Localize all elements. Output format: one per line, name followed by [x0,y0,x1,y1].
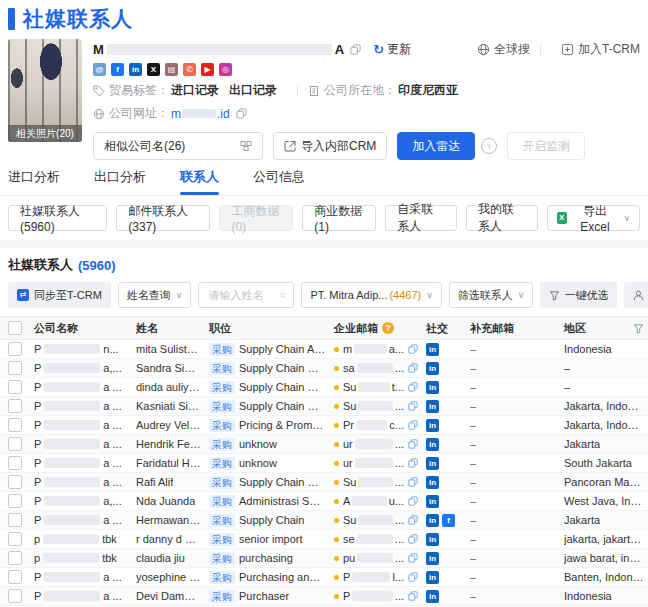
copy-icon[interactable] [408,401,418,411]
sync-tcrm-button[interactable]: ⇄ 同步至T-CRM [8,282,111,308]
row-checkbox[interactable] [8,418,22,432]
row-checkbox[interactable] [8,589,22,603]
subtab-self-collected[interactable]: 自采联系人 [385,205,457,231]
section-head: 社媒联系人 (5960) [0,248,648,276]
row-checkbox[interactable] [8,532,22,546]
linkedin-icon[interactable]: in [426,362,439,375]
linkedin-icon[interactable]: in [426,495,439,508]
tab-contacts[interactable]: 联系人 [180,168,219,195]
copy-icon[interactable] [408,344,418,354]
quick-select-button[interactable]: 一键优选 [540,282,617,308]
copy-icon[interactable] [408,439,418,449]
website-link[interactable]: m.id [171,107,230,121]
select-all-checkbox[interactable] [8,321,22,335]
linkedin-icon[interactable]: in [426,571,439,584]
subtab-business-registry[interactable]: 工商数据(0) [219,205,293,231]
filter-contacts-select[interactable]: 筛选联系人 ∨ [449,282,534,308]
copy-icon[interactable] [408,534,418,544]
email-redacted [354,344,387,354]
tab-export-analysis[interactable]: 出口分析 [94,168,146,195]
email-redacted [357,534,393,544]
join-radar-button[interactable]: 加入雷达 [397,132,475,160]
help-icon[interactable]: ? [382,322,394,334]
copy-icon[interactable] [408,572,418,582]
copy-icon[interactable] [236,108,247,119]
global-search-button[interactable]: 全球搜 [477,41,530,58]
subtab-email-contacts[interactable]: 邮件联系人(337) [116,205,210,231]
similar-companies-button[interactable]: 相似公司名(26) [93,132,263,160]
copy-icon[interactable] [408,382,418,392]
linkedin-icon[interactable]: in [426,400,439,413]
row-checkbox[interactable] [8,437,22,451]
region-value: South Jakarta [564,457,632,469]
facebook-icon[interactable]: f [111,63,124,76]
export-excel-button[interactable]: X 导出 Excel ∨ [547,205,640,231]
linkedin-icon[interactable]: in [426,590,439,603]
facebook-icon[interactable]: f [442,514,455,527]
tab-company-info[interactable]: 公司信息 [253,168,305,195]
import-record-link[interactable]: 进口记录 [171,82,219,99]
youtube-icon[interactable]: ▶ [201,63,214,76]
linkedin-icon[interactable]: in [426,533,439,546]
row-checkbox[interactable] [8,456,22,470]
row-checkbox[interactable] [8,342,22,356]
copy-icon[interactable] [408,420,418,430]
linkedin-icon[interactable]: in [129,63,142,76]
column-filter-icon[interactable] [633,323,644,334]
import-crm-button[interactable]: 导入内部CRM [273,132,387,160]
linkedin-icon[interactable]: in [426,381,439,394]
info-icon[interactable]: i [481,138,497,154]
contact-name-cell: Sandra Sianipar [132,362,205,374]
copy-icon[interactable] [408,363,418,373]
linkedin-icon[interactable]: in [426,476,439,489]
blog-icon[interactable]: ▤ [165,63,178,76]
column-header: 姓名 [132,321,205,336]
copy-icon[interactable] [408,515,418,525]
position-text: Supply Chain Officer [239,381,326,393]
x-icon[interactable]: X [147,63,160,76]
copy-icon[interactable] [408,496,418,506]
subtab-my-contacts[interactable]: 我的联系人 [466,205,538,231]
extra-email-cell: – [466,362,560,374]
tab-import-analysis[interactable]: 进口分析 [8,168,60,195]
export-record-link[interactable]: 出口记录 [229,82,277,99]
name-query-select[interactable]: 姓名查询 ∨ [118,282,192,308]
company-redacted [44,515,100,525]
monitor-button[interactable]: 开启监测 [507,132,585,160]
row-checkbox[interactable] [8,551,22,565]
company-name-cell: Pa ... [30,590,132,602]
copy-icon[interactable] [408,477,418,487]
add-my-contacts-button[interactable]: 加入我的联系人 [624,282,648,308]
copy-icon[interactable] [408,553,418,563]
phone-icon[interactable]: ✆ [183,63,196,76]
name-search-box[interactable] [198,282,294,308]
subtab-commercial-data[interactable]: 商业数据(1) [302,205,376,231]
copy-icon[interactable] [408,458,418,468]
row-checkbox[interactable] [8,361,22,375]
email-icon[interactable]: @ [93,63,106,76]
linkedin-icon[interactable]: in [426,457,439,470]
copy-icon[interactable] [408,591,418,601]
subtab-social-contacts[interactable]: 社媒联系人(5960) [8,205,107,231]
linkedin-icon[interactable]: in [426,343,439,356]
row-checkbox[interactable] [8,570,22,584]
join-tcrm-button[interactable]: 加入T-CRM [561,41,640,58]
row-checkbox[interactable] [8,399,22,413]
row-checkbox[interactable] [8,475,22,489]
email-redacted [357,553,393,563]
row-checkbox[interactable] [8,513,22,527]
copy-icon[interactable] [350,44,361,55]
company-filter-select[interactable]: PT. Mitra Adip... (4467) ∨ [301,282,441,308]
company-redacted [44,439,100,449]
row-checkbox[interactable] [8,494,22,508]
linkedin-icon[interactable]: in [426,552,439,565]
linkedin-icon[interactable]: in [426,438,439,451]
row-checkbox[interactable] [8,380,22,394]
instagram-icon[interactable]: ◎ [219,63,232,76]
refresh-button[interactable]: ↻ 更新 [373,41,411,58]
name-search-input[interactable] [206,288,280,302]
company-suffix: a ... [103,381,121,393]
linkedin-icon[interactable]: in [426,514,439,527]
linkedin-icon[interactable]: in [426,419,439,432]
company-photo[interactable]: 相关照片(20) [8,39,82,142]
